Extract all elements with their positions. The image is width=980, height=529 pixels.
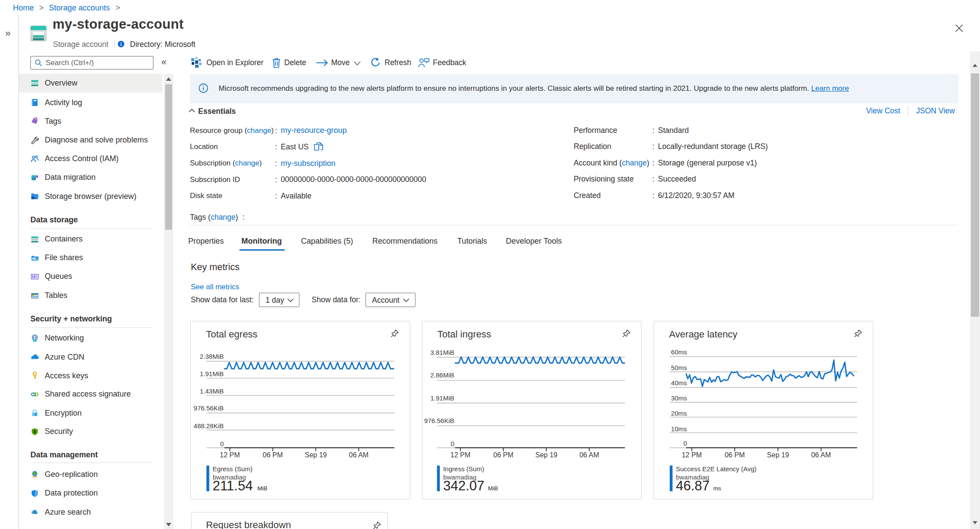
- svg-text:488.28KiB: 488.28KiB: [194, 422, 224, 430]
- svg-text:12 PM: 12 PM: [450, 451, 470, 459]
- svg-text:211.54: 211.54: [213, 478, 253, 493]
- svg-text:342.07: 342.07: [443, 478, 484, 493]
- svg-text:0: 0: [220, 440, 223, 447]
- svg-text:1.91MiB: 1.91MiB: [430, 394, 454, 402]
- svg-text:2.86MiB: 2.86MiB: [430, 371, 454, 379]
- svg-text:60ms: 60ms: [671, 348, 687, 356]
- svg-text:0: 0: [450, 440, 454, 447]
- svg-text:976.56KiB: 976.56KiB: [424, 417, 454, 424]
- svg-text:Sep 19: Sep 19: [767, 451, 789, 459]
- svg-text:3.81MiB: 3.81MiB: [430, 349, 454, 356]
- svg-text:Egress (Sum): Egress (Sum): [213, 465, 252, 473]
- svg-text:06 PM: 06 PM: [263, 451, 283, 459]
- svg-text:20ms: 20ms: [671, 410, 687, 417]
- svg-text:976.56KiB: 976.56KiB: [194, 404, 224, 412]
- svg-text:06 AM: 06 AM: [579, 451, 599, 459]
- svg-text:1.91MiB: 1.91MiB: [200, 370, 224, 377]
- svg-text:Sep 19: Sep 19: [535, 451, 557, 459]
- svg-text:Sep 19: Sep 19: [305, 451, 327, 459]
- svg-text:06 AM: 06 AM: [811, 451, 831, 459]
- svg-text:Ingress (Sum): Ingress (Sum): [443, 465, 484, 473]
- svg-text:10ms: 10ms: [671, 425, 687, 433]
- svg-text:06 AM: 06 AM: [349, 451, 369, 459]
- svg-text:40ms: 40ms: [671, 379, 687, 387]
- svg-text:1.43MiB: 1.43MiB: [200, 387, 224, 395]
- svg-text:MiB: MiB: [257, 485, 267, 492]
- svg-text:12 PM: 12 PM: [220, 451, 240, 459]
- svg-text:06 PM: 06 PM: [724, 451, 744, 459]
- svg-text:Success E2E Latency (Avg): Success E2E Latency (Avg): [676, 465, 757, 473]
- svg-text:30ms: 30ms: [671, 394, 687, 402]
- svg-text:12 PM: 12 PM: [681, 451, 701, 459]
- svg-text:2.38MiB: 2.38MiB: [200, 353, 224, 360]
- svg-text:ms: ms: [713, 485, 721, 492]
- svg-text:0: 0: [683, 440, 687, 447]
- svg-text:50ms: 50ms: [671, 364, 687, 371]
- svg-text:06 PM: 06 PM: [493, 451, 513, 459]
- svg-text:46.87: 46.87: [676, 478, 710, 493]
- svg-text:MiB: MiB: [488, 485, 498, 492]
